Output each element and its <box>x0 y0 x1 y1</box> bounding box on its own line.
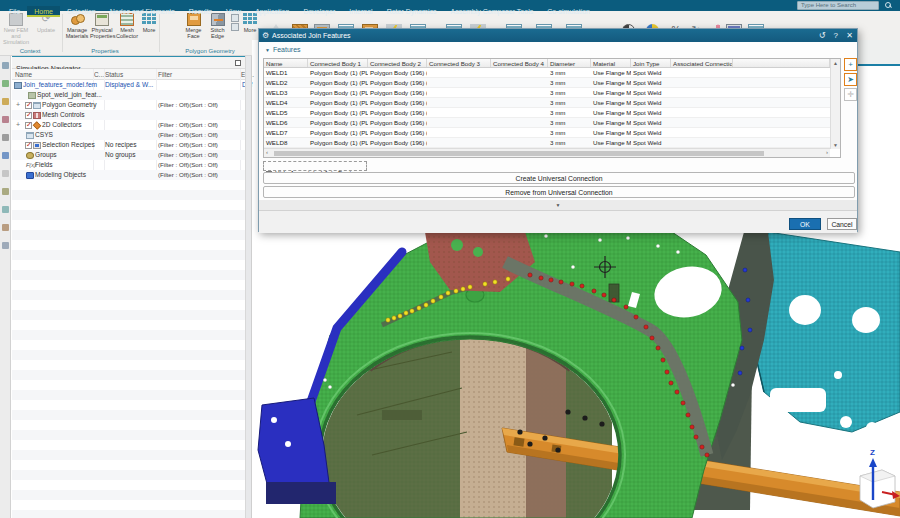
nav-row[interactable]: +Polygon Geometry(Filter : Off)(Sort : O… <box>12 100 245 110</box>
resource-bar-icon[interactable] <box>2 62 9 69</box>
column-header[interactable]: Material <box>591 59 631 67</box>
ribbon-new-fem-simulation-button[interactable]: New FEM and Simulation <box>2 13 30 45</box>
resource-bar-icon[interactable] <box>2 170 9 177</box>
remove-from-universal-connection-button[interactable]: Remove from Universal Connection <box>263 186 855 198</box>
column-header[interactable]: Diameter <box>548 59 591 67</box>
visibility-checkbox[interactable] <box>25 102 32 109</box>
dialog-title-bar[interactable]: ⚙ Associated Join Features ↺ ? ✕ <box>259 29 857 42</box>
column-header[interactable]: Join Type <box>631 59 671 67</box>
nav-row[interactable]: Selection RecipesNo recipes(Filter : Off… <box>12 140 245 150</box>
select-feature-button[interactable]: ➤ <box>844 73 857 86</box>
dialog-close-icon[interactable]: ✕ <box>846 31 853 40</box>
table-row[interactable]: WELD2Polygon Body (1) (PL-00...Polygon B… <box>264 78 830 88</box>
dialog-reset-icon[interactable]: ↺ <box>819 31 826 40</box>
resource-bar-icon[interactable] <box>2 80 9 87</box>
nav-row[interactable]: CSYS(Filter : Off)(Sort : Off) <box>12 130 245 140</box>
search-icon[interactable] <box>885 2 891 8</box>
node-label[interactable]: Polygon Geometry <box>42 101 97 108</box>
cancel-button[interactable]: Cancel <box>827 218 857 230</box>
ribbon-group-properties[interactable]: Properties <box>75 48 135 54</box>
menu-item-internal[interactable]: Internal <box>342 6 379 17</box>
table-row[interactable]: WELD7Polygon Body (1) (PL-00...Polygon B… <box>264 128 830 138</box>
node-label[interactable]: CSYS <box>35 131 53 138</box>
menu-item-home[interactable]: Home <box>27 6 60 17</box>
table-row[interactable]: WELD6Polygon Body (1) (PL-00...Polygon B… <box>264 118 830 128</box>
scroll-right-icon[interactable]: › <box>826 149 828 155</box>
table-row[interactable]: WELD8Polygon Body (1) (PL-00...Polygon B… <box>264 138 830 148</box>
resource-bar-icon[interactable] <box>2 242 9 249</box>
menu-item-file[interactable]: File <box>2 6 27 17</box>
hide-associated-checkbox[interactable]: Hide Associated Join Features <box>263 161 367 171</box>
menu-item-assembly-composer-tools[interactable]: Assembly Composer Tools <box>443 6 540 17</box>
column-header[interactable]: Associated Connection <box>671 59 733 67</box>
nav-row[interactable]: GroupsNo groups(Filter : Off)(Sort : Off… <box>12 150 245 160</box>
scroll-left-icon[interactable]: ‹ <box>266 149 268 155</box>
nav-row[interactable]: Modeling Objects(Filter : Off)(Sort : Of… <box>12 170 245 180</box>
dialog-collapse-strip[interactable]: ▼ <box>259 200 857 210</box>
node-label[interactable]: Join_features_model.fem <box>23 81 97 88</box>
menu-item-results[interactable]: Results <box>182 6 219 17</box>
menu-item-selection[interactable]: Selection <box>60 6 103 17</box>
locate-feature-button[interactable]: ✛ <box>844 88 857 101</box>
column-header[interactable]: Connected Body 1 <box>308 59 368 67</box>
node-label[interactable]: Mesh Controls <box>42 111 85 118</box>
resource-bar-icon[interactable] <box>2 116 9 123</box>
resource-bar-icon[interactable] <box>2 188 9 195</box>
visibility-checkbox[interactable] <box>25 112 32 119</box>
expand-icon[interactable]: + <box>16 101 20 108</box>
features-section-header[interactable]: ▼Features <box>265 46 301 53</box>
col-c[interactable]: C... <box>94 71 104 78</box>
resource-bar-icon[interactable] <box>2 224 9 231</box>
menu-item-rotor-dynamics[interactable]: Rotor Dynamics <box>380 6 444 17</box>
visibility-checkbox[interactable] <box>25 142 32 149</box>
col-filter[interactable]: Filter <box>158 71 172 78</box>
column-header[interactable]: Name <box>264 59 308 67</box>
node-label[interactable]: Fields <box>35 161 53 168</box>
panel-splitter[interactable] <box>245 56 252 518</box>
col-status[interactable]: Status <box>105 71 123 78</box>
resource-bar-icon[interactable] <box>2 206 9 213</box>
nav-row[interactable]: Mesh Controls <box>12 110 245 120</box>
nav-row[interactable]: +2D Collectors(Filter : Off)(Sort : Off) <box>12 120 245 130</box>
node-label[interactable]: 2D Collectors <box>42 121 82 128</box>
dialog-help-icon[interactable]: ? <box>834 31 838 40</box>
resource-bar-icon[interactable] <box>2 152 9 159</box>
column-header[interactable]: Connected Body 3 <box>427 59 491 67</box>
table-row[interactable]: WELD3Polygon Body (1) (PL-00...Polygon B… <box>264 88 830 98</box>
menu-item-co-simulation[interactable]: Co-simulation <box>540 6 597 17</box>
node-label[interactable]: Spot_weld_join_feat... <box>37 91 102 98</box>
scroll-up-icon[interactable]: ▲ <box>831 60 840 66</box>
ok-button[interactable]: OK <box>789 218 821 230</box>
create-universal-connection-button[interactable]: Create Universal Connection <box>263 172 855 184</box>
visibility-checkbox[interactable] <box>25 122 32 129</box>
col-name[interactable]: Name <box>15 71 32 78</box>
menu-item-application[interactable]: Application <box>248 6 296 17</box>
node-label[interactable]: Selection Recipes <box>42 141 95 148</box>
search-input[interactable]: Type Here to Search <box>797 1 879 10</box>
ribbon-group-context[interactable]: Context <box>6 48 54 54</box>
model-cyan-panel[interactable] <box>752 232 900 435</box>
nav-row[interactable]: Join_features_model.femDisplayed & W...D… <box>12 80 245 90</box>
expand-icon[interactable]: + <box>16 121 20 128</box>
table-row[interactable]: WELD5Polygon Body (1) (PL-00...Polygon B… <box>264 108 830 118</box>
horizontal-scrollbar[interactable]: ‹ › <box>264 148 830 157</box>
resource-bar-icon[interactable] <box>2 98 9 105</box>
menu-item-view[interactable]: View <box>219 6 248 17</box>
column-header[interactable]: Connected Body 4 <box>491 59 548 67</box>
add-join-feature-button[interactable]: + <box>844 58 857 71</box>
resource-bar-icon[interactable] <box>2 134 9 141</box>
table-row[interactable]: WELD1Polygon Body (1) (PL-00...Polygon B… <box>264 68 830 78</box>
panel-header[interactable]: Simulation Navigator <box>12 57 245 69</box>
scroll-down-icon[interactable]: ▼ <box>831 142 840 148</box>
node-label[interactable]: Modeling Objects <box>35 171 86 178</box>
ribbon-group-polygon-geometry[interactable]: Polygon Geometry <box>175 48 245 54</box>
vertical-scrollbar[interactable]: ▲ ▼ <box>830 59 840 149</box>
node-label[interactable]: Groups <box>35 151 57 158</box>
menu-item-nodes-and-elements[interactable]: Nodes and Elements <box>103 6 182 17</box>
column-header[interactable]: Connected Body 2 <box>368 59 427 67</box>
nav-row[interactable]: F(x)Fields(Filter : Off)(Sort : Off) <box>12 160 245 170</box>
scrollbar-thumb[interactable] <box>274 151 764 156</box>
nav-row[interactable]: Spot_weld_join_feat... <box>12 90 245 100</box>
menu-item-developer[interactable]: Developer <box>296 6 342 17</box>
panel-window-icon[interactable] <box>235 60 241 66</box>
